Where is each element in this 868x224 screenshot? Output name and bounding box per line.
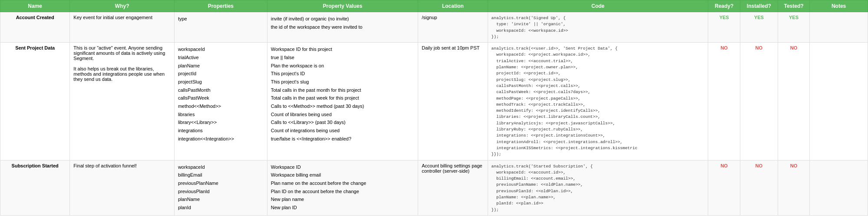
cell-location: /signup xyxy=(418,12,488,43)
cell-tested: YES xyxy=(778,12,810,43)
col-header-properties: Properties xyxy=(174,0,267,12)
cell-installed: NO xyxy=(740,160,778,215)
cell-code: analytics.track('Started Subscription', … xyxy=(488,160,708,215)
col-header-ready: Ready? xyxy=(708,0,740,12)
cell-name: Account Created xyxy=(0,12,70,43)
cell-property-values: Workspace IDWorkspace billing emailPlan … xyxy=(267,160,418,215)
col-header-notes: Notes xyxy=(810,0,868,12)
cell-code: analytics.track(<<user.id>>, 'Sent Proje… xyxy=(488,43,708,160)
cell-ready: YES xyxy=(708,12,740,43)
col-header-installed: Installed? xyxy=(740,0,778,12)
cell-ready: NO xyxy=(708,43,740,160)
cell-why: Key event for initial user engagement xyxy=(70,12,175,43)
col-header-property-values: Property Values xyxy=(267,0,418,12)
cell-notes xyxy=(810,12,868,43)
table-row: Subscription StartedFinal step of activa… xyxy=(0,160,868,215)
cell-property-values: Workspace ID for this projecttrue || fal… xyxy=(267,43,418,160)
col-header-why: Why? xyxy=(70,0,175,12)
cell-code: analytics.track('Signed Up', { type: 'in… xyxy=(488,12,708,43)
cell-why: Final step of activation funnel! xyxy=(70,160,175,215)
cell-properties: workspaceIdtrialActiveplanNameprojectIdp… xyxy=(174,43,267,160)
cell-properties: type xyxy=(174,12,267,43)
cell-property-values: invite (if invited) or organic (no invit… xyxy=(267,12,418,43)
cell-tested: NO xyxy=(778,160,810,215)
cell-location: Account billing settings page controller… xyxy=(418,160,488,215)
cell-name: Subscription Started xyxy=(0,160,70,215)
cell-installed: NO xyxy=(740,43,778,160)
col-header-code: Code xyxy=(488,0,708,12)
cell-why: This is our "active" event. Anyone sendi… xyxy=(70,43,175,160)
cell-properties: workspaceIdbillingEmailpreviousPlanNamep… xyxy=(174,160,267,215)
cell-notes xyxy=(810,43,868,160)
cell-ready: NO xyxy=(708,160,740,215)
cell-installed: YES xyxy=(740,12,778,43)
col-header-tested: Tested? xyxy=(778,0,810,12)
cell-tested: NO xyxy=(778,43,810,160)
col-header-location: Location xyxy=(418,0,488,12)
table-row: Account CreatedKey event for initial use… xyxy=(0,12,868,43)
cell-location: Daily job sent at 10pm PST xyxy=(418,43,488,160)
table-row: Sent Project DataThis is our "active" ev… xyxy=(0,43,868,160)
cell-notes xyxy=(810,160,868,215)
col-header-name: Name xyxy=(0,0,70,12)
cell-name: Sent Project Data xyxy=(0,43,70,160)
